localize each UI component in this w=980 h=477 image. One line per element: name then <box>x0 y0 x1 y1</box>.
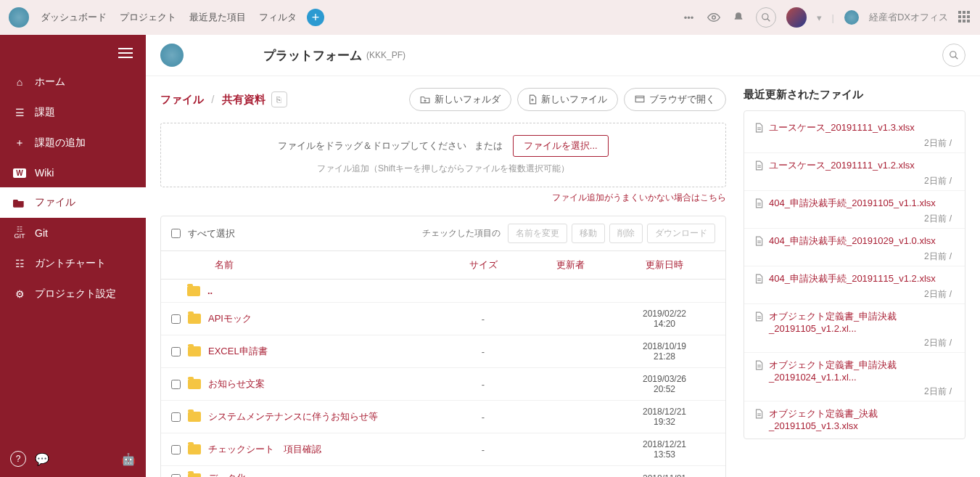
delete-button[interactable]: 削除 <box>609 224 643 243</box>
sidebar-item-wiki[interactable]: WWiki <box>0 158 146 187</box>
help-icon[interactable]: ? <box>10 451 26 467</box>
gantt-icon: ☷ <box>13 258 26 269</box>
row-up-link[interactable]: .. <box>207 285 440 296</box>
col-name[interactable]: 名前 <box>171 258 440 272</box>
recent-file-link[interactable]: オブジェクト定義書_申請決裁_20191024_v1.1.xl... <box>754 359 955 383</box>
sidebar-item-add-issue[interactable]: ＋課題の追加 <box>0 128 146 158</box>
row-checkbox[interactable] <box>171 380 181 389</box>
table-row: お知らせ文案-2019/03/2620:52 <box>161 368 725 401</box>
table-row: チェックシート 項目確認-2018/12/2113:53 <box>161 433 725 466</box>
open-browser-button[interactable]: ブラウザで開く <box>624 88 726 111</box>
nav-dashboard[interactable]: ダッシュボード <box>41 11 107 24</box>
recent-item: ユースケース_20191111_v1.3.xlsx2日前/ <box>744 115 965 153</box>
new-folder-button[interactable]: 新しいフォルダ <box>409 88 511 111</box>
git-icon: ☷GIT <box>13 227 26 240</box>
apps-icon[interactable] <box>958 11 971 24</box>
recent-file-link[interactable]: 404_申請決裁手続_20191029_v1.0.xlsx <box>754 235 955 248</box>
sidebar-item-files[interactable]: ファイル <box>0 187 146 218</box>
android-icon[interactable]: 🤖 <box>121 452 136 466</box>
recent-item-age: 2日前/ <box>754 213 955 225</box>
row-checkbox[interactable] <box>171 445 181 454</box>
row-name-link[interactable]: チェックシート 項目確認 <box>208 443 440 456</box>
document-icon <box>754 274 763 284</box>
nav-filter[interactable]: フィルタ <box>259 11 297 24</box>
upload-fallback-link[interactable]: ファイル追加がうまくいかない場合はこちら <box>160 192 726 204</box>
dropzone-text: ファイルをドラッグ＆ドロップしてください <box>278 140 466 151</box>
dropzone[interactable]: ファイルをドラッグ＆ドロップしてください または ファイルを選択... ファイル… <box>160 123 726 187</box>
nav-recent[interactable]: 最近見た項目 <box>189 11 246 24</box>
move-button[interactable]: 移動 <box>572 224 605 243</box>
file-select-button[interactable]: ファイルを選択... <box>513 135 609 157</box>
recent-item-age: 2日前/ <box>754 337 955 349</box>
dropzone-or: または <box>474 140 503 151</box>
sidebar-item-issues[interactable]: ☰課題 <box>0 97 146 128</box>
project-logo[interactable] <box>160 44 184 67</box>
new-file-button[interactable]: 新しいファイル <box>517 88 618 111</box>
document-icon <box>754 360 763 370</box>
org-logo[interactable] <box>844 10 859 25</box>
gear-icon: ⚙ <box>13 288 26 300</box>
folder-icon <box>188 444 201 454</box>
more-icon[interactable]: ••• <box>682 10 696 25</box>
col-size[interactable]: サイズ <box>440 258 527 272</box>
project-key: (KKK_PF) <box>366 50 405 60</box>
row-name-link[interactable]: APIモック <box>208 312 440 325</box>
svg-line-4 <box>955 57 958 60</box>
notification-icon[interactable] <box>731 10 746 25</box>
col-updater[interactable]: 更新者 <box>527 258 614 272</box>
global-add-button[interactable]: + <box>307 9 324 26</box>
sidebar-item-git[interactable]: ☷GITGit <box>0 218 146 248</box>
row-checkbox[interactable] <box>171 412 181 422</box>
recent-file-link[interactable]: オブジェクト定義書_申請決裁_20191105_v1.2.xl... <box>754 310 955 334</box>
select-all-checkbox[interactable] <box>171 229 181 238</box>
row-name-link[interactable]: EXCEL申請書 <box>208 345 440 358</box>
svg-rect-9 <box>635 96 644 102</box>
chat-icon[interactable]: 💬 <box>35 452 49 466</box>
document-icon <box>754 409 763 419</box>
row-size: - <box>440 379 527 390</box>
recent-file-link[interactable]: 404_申請決裁手続_20191115_v1.2.xlsx <box>754 272 955 285</box>
project-search-button[interactable] <box>942 44 965 67</box>
org-name[interactable]: 経産省DXオフィス <box>869 11 948 24</box>
chevron-down-icon[interactable]: ▾ <box>817 12 822 23</box>
watch-icon[interactable] <box>707 10 721 25</box>
recent-file-link[interactable]: ユースケース_20191111_v1.2.xlsx <box>754 159 955 172</box>
nav-projects[interactable]: プロジェクト <box>120 11 176 24</box>
user-avatar[interactable] <box>786 7 807 28</box>
row-size: - <box>440 314 527 325</box>
row-checkbox[interactable] <box>171 474 181 478</box>
download-button[interactable]: ダウンロード <box>647 224 715 243</box>
table-row: データ化-2018/11/01 <box>161 466 725 477</box>
sidebar-toggle[interactable] <box>105 35 146 67</box>
recent-file-link[interactable]: オブジェクト定義書_決裁_20191105_v1.3.xlsx <box>754 407 955 431</box>
row-name-link[interactable]: データ化 <box>208 472 440 477</box>
sidebar-item-home[interactable]: ⌂ホーム <box>0 67 146 97</box>
clipboard-icon[interactable]: ⎘ <box>271 91 287 107</box>
recent-file-link[interactable]: ユースケース_20191111_v1.3.xlsx <box>754 121 955 134</box>
rename-button[interactable]: 名前を変更 <box>508 224 567 243</box>
table-row-up[interactable]: .. <box>161 280 725 303</box>
row-checkbox[interactable] <box>171 347 181 356</box>
row-size: - <box>440 346 527 357</box>
sidebar-item-settings[interactable]: ⚙プロジェクト設定 <box>0 279 146 309</box>
recent-item: オブジェクト定義書_申請決裁_20191024_v1.1.xl...2日前/ <box>744 353 965 401</box>
svg-point-3 <box>950 52 956 57</box>
folder-icon <box>188 346 201 356</box>
folder-icon <box>13 197 26 208</box>
plus-icon: ＋ <box>13 136 26 150</box>
global-search-button[interactable] <box>756 7 776 28</box>
app-logo[interactable] <box>9 7 29 28</box>
row-name-link[interactable]: お知らせ文案 <box>208 378 440 391</box>
document-icon <box>754 123 763 133</box>
list-icon: ☰ <box>13 107 26 118</box>
row-name-link[interactable]: システムメンテナンスに伴うお知らせ等 <box>208 410 440 423</box>
col-updated[interactable]: 更新日時 <box>614 258 715 272</box>
top-bar: ダッシュボード プロジェクト 最近見た項目 フィルタ + ••• ▾ | 経産省… <box>0 0 980 35</box>
recent-item-age: 2日前/ <box>754 175 955 187</box>
recent-file-link[interactable]: 404_申請決裁手続_20191105_v1.1.xlsx <box>754 197 955 210</box>
row-checkbox[interactable] <box>171 314 181 324</box>
recent-item: 404_申請決裁手続_20191115_v1.2.xlsx2日前/ <box>744 266 965 304</box>
folder-icon <box>188 379 201 389</box>
sidebar-item-gantt[interactable]: ☷ガントチャート <box>0 248 146 279</box>
breadcrumb-root[interactable]: ファイル <box>160 93 204 105</box>
